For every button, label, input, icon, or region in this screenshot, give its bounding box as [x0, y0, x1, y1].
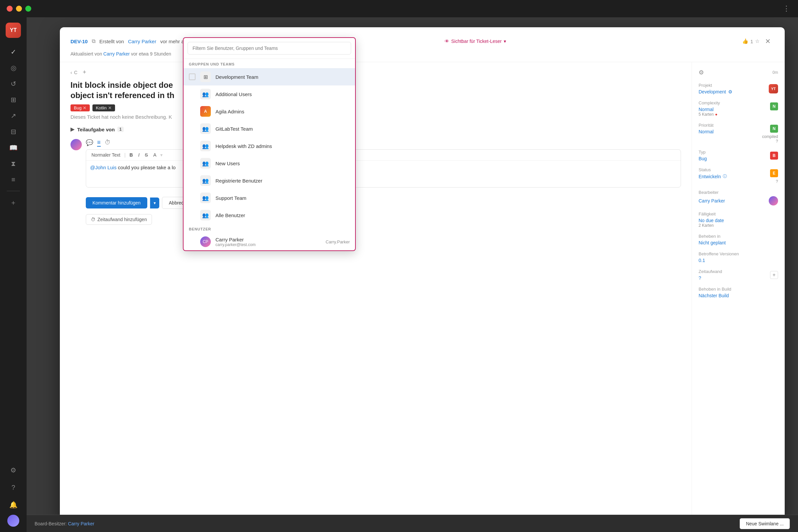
project-value[interactable]: Development ⚙ — [699, 89, 733, 94]
faelligkeit-value[interactable]: No due date — [699, 218, 724, 223]
sidebar-item-question[interactable]: ? — [6, 480, 21, 495]
ticket-author[interactable]: Carry Parker — [128, 39, 156, 44]
add-time-button[interactable]: ⏱ Zeitaufwand hinzufügen — [86, 214, 152, 225]
sidebar-item-chart[interactable]: ↗ — [6, 108, 21, 123]
add-comment-button[interactable]: Kommentar hinzufügen — [86, 197, 147, 208]
sidebar-item-layers[interactable]: ≡ — [6, 172, 21, 187]
format-strikethrough[interactable]: S — [144, 152, 149, 158]
format-color[interactable]: A — [152, 152, 158, 158]
dropdown-item-gitlab[interactable]: 👥 GitLabTest Team — [184, 120, 355, 137]
dropdown-item-dev-team[interactable]: ⊞ Development Team — [184, 68, 355, 86]
dropdown-search-input[interactable] — [188, 42, 351, 55]
minimize-button[interactable] — [16, 6, 22, 12]
format-bold[interactable]: B — [128, 152, 134, 158]
dropdown-item-agila[interactable]: A Agila Admins — [184, 103, 355, 120]
description-placeholder: Dieses Ticket hat noch keine Beschreibun… — [71, 114, 681, 120]
status-question: ? — [699, 179, 778, 184]
format-italic[interactable]: I — [137, 152, 141, 158]
typ-value[interactable]: Bug — [699, 156, 707, 161]
bottom-bar: Board-Besitzer: Carry Parker Neue Swimla… — [26, 515, 798, 532]
ticket-title: Init block inside object doe object isn'… — [71, 80, 681, 100]
copy-icon[interactable]: ⧉ — [92, 38, 95, 44]
tag-kotlin-label: Kotlin — [96, 106, 107, 110]
dropdown-item-registered[interactable]: 👥 Registrierte Benutzer — [184, 172, 355, 189]
additional-users-label: Additional Users — [215, 92, 252, 97]
visibility-label: Sichtbar für Ticket-Leser — [451, 39, 502, 44]
versionen-value[interactable]: 0.1 — [699, 258, 778, 263]
dropdown-item-support[interactable]: 👥 Support Team — [184, 189, 355, 207]
carry-parker-info: Carry Parker carry.parker@test.com — [215, 237, 256, 247]
ticket-updated-author[interactable]: Carry Parker — [103, 51, 130, 57]
ticket-meta-created: Erstellt von — [99, 39, 124, 44]
nav-add-icon[interactable]: + — [83, 69, 87, 76]
comment-icon-clock[interactable]: ⏱ — [105, 139, 111, 147]
sidebar-user-avatar[interactable] — [7, 515, 19, 527]
ticket-meta-row2: Aktualisiert von Carry Parker vor etwa 9… — [71, 51, 774, 57]
bottom-bar-owner-link[interactable]: Carry Parker — [68, 521, 94, 526]
right-field-complexity: Complexity Normal N 5 Karten ● — [699, 100, 778, 117]
comment-toolbar: Normaler Text | B I S A ▾ @John Luis cou — [86, 149, 681, 188]
tag-bug-label: Bug — [74, 106, 81, 110]
right-header-icons: ⚙ 0m — [699, 69, 778, 76]
close-button[interactable] — [7, 6, 13, 12]
behoben-value[interactable]: Nächster Build — [699, 293, 778, 298]
dropdown-item-all-users[interactable]: 👥 Alle Benutzer — [184, 207, 355, 224]
new-swimlane-button[interactable]: Neue Swimlane ... — [740, 518, 790, 529]
project-settings-icon[interactable]: ⚙ — [728, 89, 733, 94]
sidebar-item-bell[interactable]: 🔔 — [6, 497, 21, 512]
bearbeiter-label: Bearbeiter — [699, 190, 778, 195]
helpdesk-icon: 👥 — [200, 141, 211, 151]
ticket-id[interactable]: DEV-10 — [71, 39, 88, 44]
nav-left-chevron[interactable]: ‹ — [71, 70, 72, 75]
bearbeiter-value[interactable]: Carry Parker — [699, 198, 725, 204]
modal-close-button[interactable]: ✕ — [762, 35, 774, 47]
comment-icon-speech[interactable]: 💬 — [86, 139, 93, 147]
subtask-chevron[interactable]: ▶ — [71, 126, 75, 132]
comment-input-area[interactable]: @John Luis could you please take a lo — [86, 160, 681, 187]
karten2-badge: 2 Karten — [699, 223, 778, 228]
checkbox-dev-team[interactable] — [189, 74, 195, 80]
status-value[interactable]: Entwickeln ⓘ — [699, 174, 727, 179]
typ-label: Typ — [699, 150, 707, 155]
sidebar-item-hourglass[interactable]: ⧗ — [6, 156, 21, 171]
ticket-modal: DEV-10 ⧉ Erstellt von Carry Parker vor m… — [60, 27, 785, 522]
chevron-down-icon: ▾ — [504, 39, 506, 44]
add-comment-dropdown[interactable]: ▾ — [150, 197, 159, 208]
sidebar-item-grid[interactable]: ⊟ — [6, 125, 21, 139]
titlebar-menu-icon[interactable]: ⋮ — [783, 4, 790, 13]
sidebar-logo: YT — [6, 23, 21, 38]
right-field-project: Projekt Development ⚙ YT — [699, 83, 778, 94]
sidebar-item-circle[interactable]: ◎ — [6, 60, 21, 75]
dropdown-item-carry-parker[interactable]: CP Carry Parker carry.parker@test.com Ca… — [184, 233, 355, 250]
zeitaufwand-value[interactable]: ? — [699, 275, 722, 281]
sidebar-item-check[interactable]: ✓ — [6, 44, 21, 59]
zeitaufwand-add-button[interactable]: + — [770, 271, 778, 279]
settings-icon[interactable]: ⚙ — [699, 69, 704, 76]
sidebar-item-plus[interactable]: ＋ — [6, 195, 21, 210]
gitlab-label: GitLabTest Team — [215, 126, 253, 132]
visibility-badge[interactable]: 👁 Sichtbar für Ticket-Leser ▾ — [444, 39, 506, 44]
tag-bug-remove[interactable]: ✕ — [83, 106, 87, 110]
dev-team-label: Development Team — [215, 74, 258, 80]
sidebar-item-settings[interactable]: ⚙ — [6, 463, 21, 477]
eye-icon: 👁 — [444, 39, 449, 44]
sidebar-item-history[interactable]: ↺ — [6, 76, 21, 91]
thumbs-area[interactable]: 👍 1 ☆ — [742, 38, 759, 44]
sidebar-item-columns[interactable]: ⊞ — [6, 92, 21, 107]
beheben-value[interactable]: Nicht geplant — [699, 240, 778, 245]
tag-bug: Bug ✕ — [71, 104, 90, 111]
maximize-button[interactable] — [25, 6, 31, 12]
dropdown-item-new-users[interactable]: 👥 New Users — [184, 155, 355, 172]
comment-icon-list[interactable]: ≡ — [97, 139, 101, 147]
priority-value[interactable]: Normal — [699, 129, 714, 134]
format-normal-text[interactable]: Normaler Text — [90, 152, 122, 158]
dropdown-item-helpdesk[interactable]: 👥 Helpdesk with ZD admins — [184, 137, 355, 155]
star-icon[interactable]: ☆ — [755, 38, 759, 44]
sidebar-item-book[interactable]: 📖 — [6, 140, 21, 155]
tag-kotlin-remove[interactable]: ✕ — [108, 106, 112, 110]
helpdesk-label: Helpdesk with ZD admins — [215, 143, 272, 149]
project-avatar: YT — [769, 84, 778, 93]
dropdown-item-additional-users[interactable]: 👥 Additional Users — [184, 86, 355, 103]
complexity-value[interactable]: Normal — [699, 107, 720, 112]
comment-actions: Kommentar hinzufügen ▾ Abbrechen — [86, 197, 681, 209]
